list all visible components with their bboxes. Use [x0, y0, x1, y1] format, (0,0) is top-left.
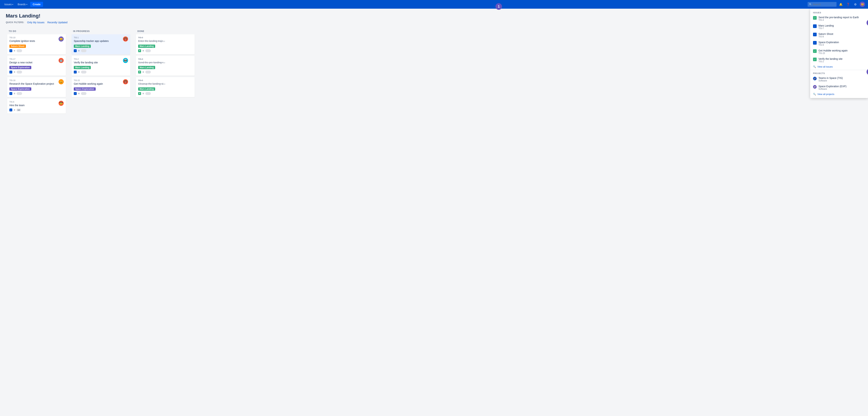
card-avatar: 👹	[123, 79, 128, 84]
card-check[interactable]: ✓	[9, 92, 12, 95]
column-todo: TO DOTIS-10Complete ignition testsSaturn…	[6, 28, 67, 116]
card-title: Send the pre-landing r...	[138, 61, 192, 65]
nav-issues[interactable]: Issues ▾	[3, 2, 14, 6]
card-check[interactable]: ✓	[74, 71, 77, 73]
card-badge: Mars Landing	[74, 66, 91, 69]
dropdown-issue-icon: ↑	[813, 41, 817, 45]
help-icon[interactable]: ❓	[845, 1, 851, 7]
filter-my-issues[interactable]: Only My Issues	[27, 21, 44, 24]
card-id: TIS-15	[74, 79, 128, 81]
card-badge: Space Exploration	[74, 88, 96, 91]
card-flag: ⚑	[138, 92, 141, 95]
card-check[interactable]: ✓	[9, 49, 12, 52]
card-toggle[interactable]	[17, 49, 22, 52]
dropdown-issue-item[interactable]: ✓Send the pre-landing report to EarthTIS…	[810, 14, 868, 23]
card-title: Complete ignition tests	[9, 39, 64, 43]
card-toggle[interactable]	[81, 92, 87, 95]
dropdown-project-title: Space Exploration (EXP)	[818, 85, 846, 88]
card[interactable]: TIS-15Get Hubble working againSpace Expl…	[72, 77, 130, 97]
card-dash: =	[78, 49, 80, 52]
card-title: Cleanup the landing si...	[138, 82, 192, 86]
dropdown-issue-item[interactable]: ✓Verify the landing siteTIS-2	[810, 56, 868, 64]
card-check[interactable]: ✓	[9, 71, 12, 73]
card-toggle[interactable]	[17, 71, 22, 73]
dropdown-project-subtitle: Software	[818, 79, 843, 82]
card[interactable]: TIS-17Design a new rocketSpace Explorati…	[7, 56, 66, 76]
card-toggle[interactable]	[145, 71, 151, 73]
nav-boards-label: Boards	[18, 3, 26, 6]
nav-issues-label: Issues	[4, 3, 11, 6]
card-toggle[interactable]	[17, 92, 22, 95]
notification-icon[interactable]: 🔔	[838, 1, 844, 7]
card[interactable]: TIS-4Send the pre-landing r...Mars Landi…	[136, 56, 194, 76]
card-toggle[interactable]	[145, 49, 151, 52]
card-flag: ⚑	[138, 71, 141, 73]
view-all-projects[interactable]: 🔍 View all projects	[810, 92, 868, 97]
column-header-todo: TO DO	[7, 29, 66, 34]
dropdown-issue-text: Send the pre-landing report to EarthTIS-…	[818, 16, 859, 21]
card-id: TIS-4	[138, 58, 192, 60]
dropdown-project-text: Teams in Space (TIS)Software	[818, 76, 843, 82]
dropdown-issue-item[interactable]: ✓Get Hubble working againTIS-15	[810, 48, 868, 56]
card-dash: =	[78, 71, 80, 73]
dropdown-issue-icon: ↑	[813, 24, 817, 28]
dropdown-issue-item[interactable]: ↑Space ExplorationTIS-9	[810, 39, 868, 48]
dropdown-issue-item[interactable]: ↑Saturn ShootTIS-8	[810, 31, 868, 39]
card-controls: ✓=1d	[9, 108, 21, 111]
search-input[interactable]	[808, 2, 837, 7]
dropdown-project-item[interactable]: 🚀Teams in Space (TIS)Software	[810, 75, 868, 83]
card[interactable]: TIS-10Complete ignition testsSaturn Shoo…	[7, 34, 66, 54]
card-footer: ✓=	[9, 92, 64, 95]
card[interactable]: TIS-3Enter the landing traje...Mars Land…	[136, 34, 194, 54]
dropdown-issue-text: Verify the landing siteTIS-2	[818, 58, 842, 63]
dropdown-project-subtitle: Software	[818, 88, 846, 90]
dropdown-issue-title: Verify the landing site	[818, 58, 842, 60]
nav-boards[interactable]: Boards ▾	[16, 2, 29, 6]
card[interactable]: TIS-16Research the Space Exploration pro…	[7, 77, 66, 97]
dropdown-project-text: Space Exploration (EXP)Software	[818, 85, 846, 90]
dropdown-issue-title: Send the pre-landing report to Earth	[818, 16, 859, 19]
card-check[interactable]: ✓	[74, 92, 77, 95]
dropdown-project-item[interactable]: 🪐Space Exploration (EXP)Software	[810, 83, 868, 92]
dropdown-issue-icon: ✓	[813, 16, 817, 20]
dropdown-issue-id: TIS-4	[818, 19, 859, 21]
card-footer: ⚑=	[138, 92, 192, 95]
dropdown-issue-text: Saturn ShootTIS-8	[818, 33, 833, 38]
card-toggle[interactable]	[145, 92, 151, 95]
card-avatar: 👽	[123, 58, 128, 63]
filter-recently-updated[interactable]: Recently Updated	[48, 21, 67, 24]
card-badge: Space Exploration	[9, 66, 31, 69]
card-check[interactable]: ✓	[74, 49, 77, 52]
card-controls: ✓=	[9, 49, 22, 52]
search-dropdown: ISSUES ✓Send the pre-landing report to E…	[810, 9, 868, 98]
card-title: Spaceship tracker app updates	[74, 39, 128, 43]
view-all-issues[interactable]: 🔍 View all issues	[810, 64, 868, 69]
search-icon-projects: 🔍	[813, 93, 816, 96]
quick-filters: QUICK FILTERS: Only My Issues Recently U…	[6, 21, 862, 24]
settings-icon[interactable]: ⚙	[852, 1, 858, 7]
card[interactable]: TIS-2Verify the landing siteMars Landing…	[72, 56, 130, 76]
card-dash: =	[13, 71, 16, 73]
card-avatar: 😺	[59, 79, 64, 84]
card-controls: ⚑=	[138, 71, 151, 73]
card-check[interactable]: ✓	[9, 108, 12, 111]
card[interactable]: TIS-6Hire the team✓=1d🤠	[7, 99, 66, 114]
search-wrapper: 🔍	[808, 2, 837, 7]
card-controls: ⚑=	[138, 92, 151, 95]
card[interactable]: TIS-5Cleanup the landing si...Mars Landi…	[136, 77, 194, 97]
card-toggle[interactable]	[81, 71, 87, 73]
dropdown-issue-id: TIS-2	[818, 60, 842, 63]
card-controls: ✓=	[74, 71, 87, 73]
dropdown-issue-item[interactable]: ↑Mars LandingTIS-7	[810, 23, 868, 31]
card-title: Hire the team	[9, 104, 64, 107]
dropdown-issue-title: Mars Landing	[818, 24, 834, 27]
card-badge: Mars Landing	[74, 45, 91, 48]
card[interactable]: TIS-1Spaceship tracker app updatesMars L…	[72, 34, 130, 54]
avatar[interactable]: 😸	[860, 2, 865, 7]
card-dash: =	[142, 92, 145, 95]
page-title: Mars Landing!	[6, 13, 862, 19]
dropdown-issue-text: Mars LandingTIS-7	[818, 24, 834, 30]
card-toggle[interactable]	[81, 49, 87, 52]
create-button[interactable]: Create	[30, 2, 43, 7]
dropdown-issue-title: Saturn Shoot	[818, 33, 833, 35]
